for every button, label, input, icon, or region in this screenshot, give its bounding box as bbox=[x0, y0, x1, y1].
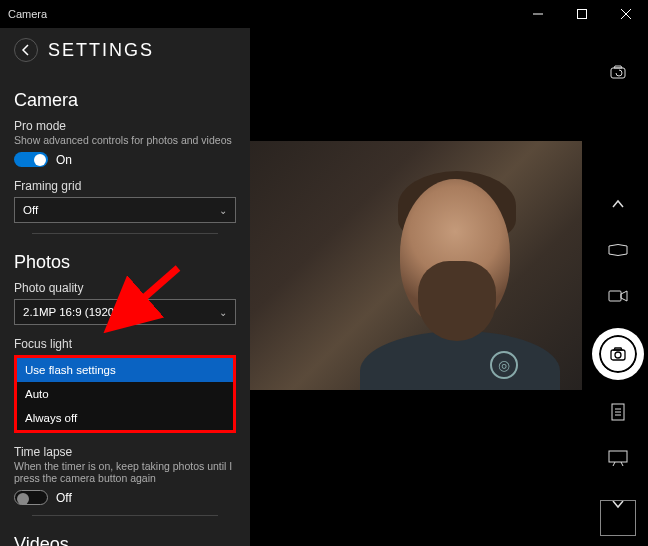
framing-grid-select[interactable]: Off ⌄ bbox=[14, 197, 236, 223]
chevron-up-icon bbox=[611, 197, 625, 211]
camera-icon bbox=[609, 345, 627, 363]
camera-preview: ◎ bbox=[250, 141, 582, 390]
divider bbox=[32, 233, 218, 234]
arrow-left-icon bbox=[20, 44, 32, 56]
photo-quality-value: 2.1MP 16:9 (1920x1080) bbox=[23, 306, 149, 318]
settings-panel: SETTINGS Camera Pro mode Show advanced c… bbox=[0, 28, 250, 546]
capture-button[interactable] bbox=[596, 332, 640, 376]
document-icon bbox=[610, 403, 626, 421]
titlebar: Camera bbox=[0, 0, 648, 28]
switch-camera-icon bbox=[609, 63, 627, 81]
svg-line-14 bbox=[613, 462, 615, 466]
pro-mode-desc: Show advanced controls for photos and vi… bbox=[14, 134, 236, 146]
mode-up-button[interactable] bbox=[608, 194, 628, 214]
svg-rect-6 bbox=[609, 291, 621, 301]
window-title: Camera bbox=[8, 8, 47, 20]
close-button[interactable] bbox=[604, 0, 648, 28]
photo-quality-label: Photo quality bbox=[14, 281, 236, 295]
section-camera-heading: Camera bbox=[14, 90, 236, 111]
panorama-icon bbox=[608, 243, 628, 257]
window-controls bbox=[516, 0, 648, 28]
time-lapse-label: Time lapse bbox=[14, 445, 236, 459]
framing-grid-label: Framing grid bbox=[14, 179, 236, 193]
focus-light-option-use-flash[interactable]: Use flash settings bbox=[17, 358, 233, 382]
video-icon bbox=[608, 289, 628, 303]
chevron-down-icon: ⌄ bbox=[219, 307, 227, 318]
whiteboard-mode-button[interactable] bbox=[608, 448, 628, 468]
focus-light-dropdown: Use flash settings Auto Always off bbox=[14, 355, 236, 433]
svg-rect-1 bbox=[578, 10, 587, 19]
focus-light-option-auto[interactable]: Auto bbox=[17, 382, 233, 406]
time-lapse-desc: When the timer is on, keep taking photos… bbox=[14, 460, 236, 484]
back-button[interactable] bbox=[14, 38, 38, 62]
section-videos-heading: Videos bbox=[14, 534, 236, 546]
svg-line-15 bbox=[621, 462, 623, 466]
content-area: ◎ SETTINGS Camera Pro mode Show advanced… bbox=[0, 28, 648, 546]
framing-grid-value: Off bbox=[23, 204, 38, 216]
time-lapse-toggle[interactable] bbox=[14, 490, 48, 505]
pro-mode-toggle[interactable] bbox=[14, 152, 48, 167]
switch-camera-button[interactable] bbox=[608, 62, 628, 82]
svg-rect-5 bbox=[611, 68, 625, 78]
time-lapse-state: Off bbox=[56, 491, 72, 505]
last-capture-thumbnail[interactable] bbox=[600, 500, 636, 536]
photo-quality-select[interactable]: 2.1MP 16:9 (1920x1080) ⌄ bbox=[14, 299, 236, 325]
video-mode-button[interactable] bbox=[608, 286, 628, 306]
pro-mode-label: Pro mode bbox=[14, 119, 236, 133]
focus-light-label: Focus light bbox=[14, 337, 236, 351]
divider bbox=[32, 515, 218, 516]
panel-title: SETTINGS bbox=[48, 40, 154, 61]
focus-light-option-always-off[interactable]: Always off bbox=[17, 406, 233, 430]
panorama-mode-button[interactable] bbox=[608, 240, 628, 260]
minimize-button[interactable] bbox=[516, 0, 560, 28]
maximize-button[interactable] bbox=[560, 0, 604, 28]
svg-point-8 bbox=[615, 352, 621, 358]
right-rail bbox=[588, 56, 648, 546]
chevron-down-icon: ⌄ bbox=[219, 205, 227, 216]
whiteboard-icon bbox=[608, 450, 628, 466]
section-photos-heading: Photos bbox=[14, 252, 236, 273]
document-mode-button[interactable] bbox=[608, 402, 628, 422]
pro-mode-state: On bbox=[56, 153, 72, 167]
svg-rect-13 bbox=[609, 451, 627, 462]
camera-app-window: Camera ◎ SETTINGS Camera Pro mode Show a… bbox=[0, 0, 648, 546]
